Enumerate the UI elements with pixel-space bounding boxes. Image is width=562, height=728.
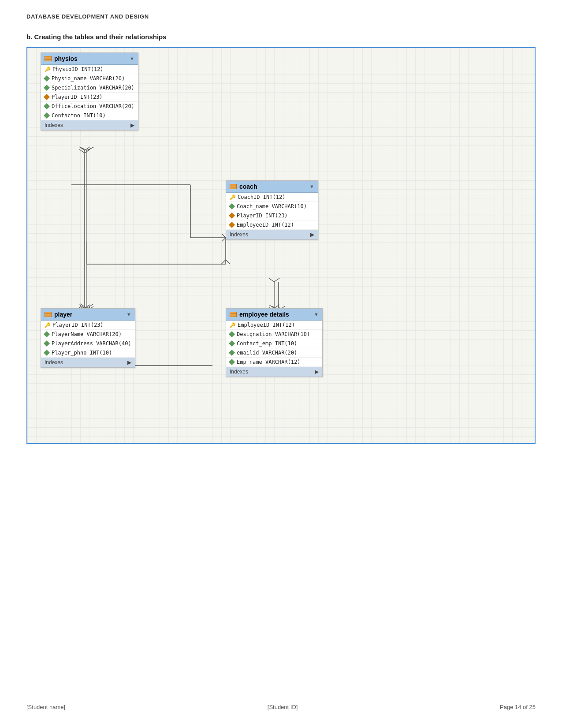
physios-field-5: Contactno INT(10)	[41, 111, 138, 120]
page-header: DATABASE DEVELOPMENT AND DESIGN	[0, 0, 562, 24]
table-physios: physios ▼ 🔑 PhysioID INT(12) Physio_name…	[41, 52, 138, 131]
svg-line-2	[87, 147, 93, 150]
player-indexes-arrow[interactable]: ▶	[127, 359, 131, 366]
student-name: [Student name]	[26, 704, 65, 710]
diamond-icon-emp-name	[229, 359, 235, 365]
table-player-header: player ▼	[41, 309, 135, 321]
diamond-icon-physio-playerid	[44, 94, 50, 100]
diamond-icon-physio-name	[44, 75, 50, 82]
coach-indexes[interactable]: Indexes ▶	[226, 230, 318, 239]
section-title: b. Creating the tables and their relatio…	[0, 24, 562, 47]
svg-line-12	[226, 260, 230, 264]
physios-field-4: Officelocation VARCHAR(20)	[41, 102, 138, 111]
employee-indexes[interactable]: Indexes ▶	[226, 367, 322, 377]
diamond-icon-officelocation	[44, 103, 50, 109]
player-dropdown-arrow[interactable]: ▼	[127, 312, 131, 317]
coach-field-0: 🔑 CoachID INT(12)	[226, 193, 318, 202]
table-coach-name: coach	[239, 183, 257, 190]
svg-line-5	[87, 304, 93, 308]
physios-field-2-text: Specialization VARCHAR(20)	[52, 85, 134, 91]
coach-indexes-label: Indexes	[230, 231, 248, 238]
page-number: Page 14 of 25	[500, 704, 536, 710]
diamond-icon-player-address	[44, 340, 50, 347]
player-field-1: PlayerName VARCHAR(20)	[41, 330, 135, 339]
physios-indexes-arrow[interactable]: ▶	[130, 122, 134, 128]
diamond-icon-specialization	[44, 85, 50, 91]
physios-field-3-text: PlayerID INT(23)	[52, 94, 103, 100]
physios-field-2: Specialization VARCHAR(20)	[41, 83, 138, 93]
employee-dropdown-arrow[interactable]: ▼	[314, 312, 319, 317]
table-coach: coach ▼ 🔑 CoachID INT(12) Coach_name VAR…	[226, 180, 318, 240]
employee-indexes-label: Indexes	[230, 369, 248, 375]
diamond-icon-player-name	[44, 331, 50, 337]
table-coach-header: coach ▼	[226, 181, 318, 193]
employee-field-1: Designation VARCHAR(10)	[226, 330, 322, 339]
diamond-icon-player-phno	[44, 350, 50, 356]
table-employee-details: employee details ▼ 🔑 EmployeeID INT(12) …	[226, 308, 323, 377]
coach-indexes-arrow[interactable]: ▶	[310, 231, 314, 238]
table-icon-coach	[230, 184, 237, 189]
employee-field-4: Emp_name VARCHAR(12)	[226, 358, 322, 367]
diamond-icon-designation	[229, 331, 235, 337]
table-physios-name: physios	[54, 55, 78, 62]
physios-field-0: 🔑 PhysioID INT(12)	[41, 65, 138, 74]
player-field-3-text: Player_phno INT(10)	[52, 350, 112, 356]
page-footer: [Student name] [Student ID] Page 14 of 2…	[0, 704, 562, 710]
table-employee-name: employee details	[239, 311, 289, 318]
physios-indexes[interactable]: Indexes ▶	[41, 120, 138, 130]
diamond-icon-coach-name	[229, 203, 235, 209]
diagram-area: physios ▼ 🔑 PhysioID INT(12) Physio_name…	[26, 47, 536, 444]
svg-line-4	[80, 304, 87, 308]
student-id: [Student ID]	[268, 704, 298, 710]
key-icon-coachid: 🔑	[230, 194, 236, 200]
employee-field-4-text: Emp_name VARCHAR(12)	[237, 359, 301, 365]
employee-field-2-text: Contact_emp INT(10)	[237, 340, 297, 347]
physios-dropdown-arrow[interactable]: ▼	[130, 56, 134, 61]
physios-field-0-text: PhysioID INT(12)	[52, 66, 104, 72]
coach-field-1-text: Coach_name VARCHAR(10)	[237, 203, 307, 209]
coach-field-0-text: CoachID INT(12)	[238, 194, 285, 200]
player-field-2: PlayerAddress VARCHAR(40)	[41, 339, 135, 348]
section-label: b. Creating the tables and their relatio…	[26, 33, 167, 41]
physios-field-5-text: Contactno INT(10)	[52, 112, 106, 119]
employee-field-3-text: emailid VARCHAR(20)	[237, 350, 297, 356]
diamond-icon-coach-playerid	[229, 213, 235, 219]
employee-field-0: 🔑 EmployeeID INT(12)	[226, 321, 322, 330]
table-icon-employee	[230, 312, 237, 317]
header-title: DATABASE DEVELOPMENT AND DESIGN	[26, 13, 149, 20]
diamond-icon-coach-employeeid	[229, 222, 235, 228]
employee-field-2: Contact_emp INT(10)	[226, 339, 322, 348]
diamond-icon-contact-emp	[229, 340, 235, 347]
player-field-0: 🔑 PlayerID INT(23)	[41, 321, 135, 330]
table-icon-physios	[45, 56, 52, 61]
coach-field-3-text: EmployeeID INT(12)	[237, 222, 294, 228]
key-icon-employeeid: 🔑	[230, 322, 236, 328]
diamond-icon-contactno	[44, 112, 50, 119]
coach-dropdown-arrow[interactable]: ▼	[309, 184, 314, 189]
table-player: player ▼ 🔑 PlayerID INT(23) PlayerName V…	[41, 308, 135, 368]
key-icon-physioid: 🔑	[45, 67, 51, 72]
player-indexes[interactable]: Indexes ▶	[41, 358, 135, 367]
physios-field-1-text: Physio_name VARCHAR(20)	[52, 75, 125, 82]
employee-indexes-arrow[interactable]: ▶	[315, 369, 319, 375]
employee-field-3: emailid VARCHAR(20)	[226, 348, 322, 358]
coach-field-1: Coach_name VARCHAR(10)	[226, 202, 318, 211]
employee-field-0-text: EmployeeID INT(12)	[238, 322, 295, 328]
player-indexes-label: Indexes	[45, 359, 63, 366]
diamond-icon-emailid	[229, 350, 235, 356]
table-player-name: player	[54, 311, 72, 318]
player-field-1-text: PlayerName VARCHAR(20)	[52, 331, 122, 337]
physios-field-3: PlayerID INT(23)	[41, 93, 138, 102]
physios-field-4-text: Officelocation VARCHAR(20)	[52, 103, 134, 109]
coach-field-3: EmployeeID INT(12)	[226, 220, 318, 230]
physios-field-1: Physio_name VARCHAR(20)	[41, 74, 138, 83]
player-field-0-text: PlayerID INT(23)	[52, 322, 104, 328]
coach-field-2-text: PlayerID INT(23)	[237, 213, 288, 219]
key-icon-playerid: 🔑	[45, 322, 51, 328]
player-field-3: Player_phno INT(10)	[41, 348, 135, 358]
table-employee-header: employee details ▼	[226, 309, 322, 321]
physios-indexes-label: Indexes	[45, 122, 63, 128]
coach-field-2: PlayerID INT(23)	[226, 211, 318, 220]
svg-line-11	[221, 260, 226, 264]
svg-line-1	[80, 147, 87, 150]
